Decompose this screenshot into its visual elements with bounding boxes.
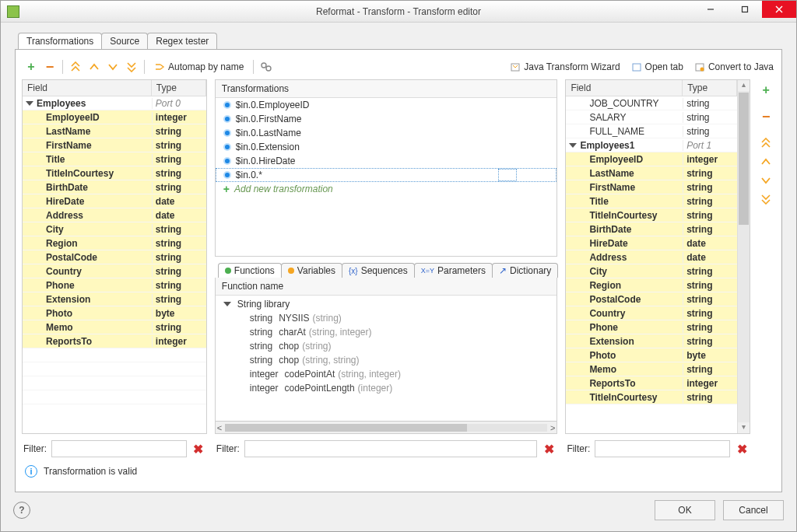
- scrollbar-thumb[interactable]: [225, 424, 466, 432]
- tab-dictionary[interactable]: ↗Dictionary: [492, 263, 558, 278]
- tab-parameters[interactable]: X=YParameters: [414, 263, 493, 278]
- function-row[interactable]: integercodePointLength(integer): [216, 381, 557, 395]
- function-row[interactable]: stringchop(string): [216, 339, 557, 353]
- field-row[interactable]: Phonestring: [566, 320, 737, 334]
- port-row[interactable]: Employees1Port 1: [566, 138, 737, 152]
- output-move-top-button[interactable]: [758, 135, 774, 151]
- type-header[interactable]: Type: [152, 80, 206, 96]
- scroll-up-button[interactable]: ▴: [738, 80, 750, 91]
- field-row[interactable]: FULL_NAMEstring: [566, 124, 737, 138]
- add-transformation-row[interactable]: +Add new transformation: [216, 182, 557, 196]
- transformation-row[interactable]: $in.0.Extension: [216, 140, 557, 154]
- ok-button[interactable]: OK: [655, 500, 715, 520]
- remove-output-button[interactable]: −: [758, 109, 774, 124]
- left-filter-input[interactable]: [51, 440, 187, 457]
- tab-transformations[interactable]: Transformations: [18, 33, 102, 49]
- field-row[interactable]: FirstNamestring: [23, 138, 206, 152]
- field-row[interactable]: BirthDatestring: [23, 180, 206, 194]
- transformation-row[interactable]: $in.0.EmployeeID: [216, 98, 557, 112]
- function-row[interactable]: stringNYSIIS(string): [216, 311, 557, 325]
- java-wizard-button[interactable]: Java Transform Wizard: [510, 61, 620, 72]
- field-row[interactable]: Regionstring: [566, 278, 737, 292]
- remove-button[interactable]: −: [42, 59, 58, 75]
- field-row[interactable]: LastNamestring: [566, 166, 737, 180]
- field-row[interactable]: Citystring: [566, 264, 737, 278]
- field-row[interactable]: Addressdate: [23, 208, 206, 222]
- field-row[interactable]: ReportsTointeger: [566, 376, 737, 390]
- convert-java-button[interactable]: Convert to Java: [694, 61, 774, 72]
- field-row[interactable]: Citystring: [23, 222, 206, 236]
- tab-source[interactable]: Source: [101, 33, 148, 49]
- center-filter-input[interactable]: [244, 440, 538, 457]
- field-row[interactable]: Memostring: [23, 320, 206, 334]
- field-header[interactable]: Field: [566, 80, 683, 96]
- field-row[interactable]: ReportsTointeger: [23, 334, 206, 348]
- automap-button[interactable]: Automap by name: [149, 60, 248, 74]
- field-row[interactable]: Phonestring: [23, 278, 206, 292]
- add-button[interactable]: +: [23, 59, 39, 75]
- maximize-button[interactable]: [728, 1, 762, 18]
- field-row[interactable]: Regionstring: [23, 236, 206, 250]
- field-row[interactable]: Addressdate: [566, 250, 737, 264]
- transformations-list[interactable]: $in.0.EmployeeID$in.0.FirstName$in.0.Las…: [216, 98, 557, 196]
- open-tab-button[interactable]: Open tab: [631, 61, 683, 72]
- type-header[interactable]: Type: [683, 80, 737, 96]
- scroll-down-button[interactable]: ▾: [738, 422, 750, 433]
- output-move-up-button[interactable]: [758, 154, 774, 170]
- field-row[interactable]: Countrystring: [23, 264, 206, 278]
- field-row[interactable]: EmployeeIDinteger: [23, 110, 206, 124]
- input-fields-tree[interactable]: EmployeesPort 0EmployeeIDintegerLastName…: [23, 96, 206, 433]
- move-bottom-button[interactable]: [124, 59, 139, 75]
- clear-filter-button[interactable]: ✖: [735, 442, 749, 457]
- field-row[interactable]: LastNamestring: [23, 124, 206, 138]
- function-row[interactable]: stringcharAt(string, integer): [216, 325, 557, 339]
- port-row[interactable]: EmployeesPort 0: [23, 96, 206, 110]
- move-up-button[interactable]: [86, 59, 102, 75]
- field-row[interactable]: TitleInCourtesystring: [566, 208, 737, 222]
- field-row[interactable]: Countrystring: [566, 306, 737, 320]
- field-row[interactable]: SALARYstring: [566, 110, 737, 124]
- field-row[interactable]: Titlestring: [566, 194, 737, 208]
- field-row[interactable]: Photobyte: [566, 348, 737, 362]
- function-row[interactable]: integercodePointAt(string, integer): [216, 367, 557, 381]
- field-row[interactable]: Memostring: [566, 362, 737, 376]
- output-move-down-button[interactable]: [758, 173, 774, 188]
- transformation-row[interactable]: $in.0.FirstName: [216, 112, 557, 126]
- field-row[interactable]: HireDatedate: [566, 236, 737, 250]
- function-row[interactable]: stringchop(string, string): [216, 353, 557, 367]
- minimize-button[interactable]: [693, 1, 728, 18]
- library-row[interactable]: String library: [216, 297, 557, 311]
- field-row[interactable]: Photobyte: [23, 306, 206, 320]
- field-row[interactable]: EmployeeIDinteger: [566, 152, 737, 166]
- move-top-button[interactable]: [68, 59, 83, 75]
- field-row[interactable]: HireDatedate: [23, 194, 206, 208]
- scrollbar-thumb[interactable]: [739, 93, 749, 225]
- close-button[interactable]: [762, 1, 796, 18]
- field-header[interactable]: Field: [23, 80, 152, 96]
- field-row[interactable]: PostalCodestring: [566, 292, 737, 306]
- add-output-button[interactable]: +: [758, 82, 774, 98]
- move-down-button[interactable]: [105, 59, 121, 75]
- output-move-bottom-button[interactable]: [758, 191, 774, 207]
- functions-tree[interactable]: String librarystringNYSIIS(string)string…: [216, 296, 557, 421]
- field-row[interactable]: PostalCodestring: [23, 250, 206, 264]
- field-row[interactable]: TitleInCourtesystring: [23, 166, 206, 180]
- right-filter-input[interactable]: [595, 440, 730, 457]
- field-row[interactable]: JOB_COUNTRYstring: [566, 96, 737, 110]
- tab-regex-tester[interactable]: Regex tester: [147, 33, 217, 49]
- tab-functions[interactable]: Functions: [218, 263, 282, 278]
- transformation-row[interactable]: $in.0.LastName: [216, 126, 557, 140]
- settings-button[interactable]: [258, 59, 274, 75]
- field-row[interactable]: Extensionstring: [23, 292, 206, 306]
- field-row[interactable]: Extensionstring: [566, 334, 737, 348]
- field-row[interactable]: Titlestring: [23, 152, 206, 166]
- horizontal-scrollbar[interactable]: <>: [216, 421, 557, 433]
- tab-sequences[interactable]: {x}Sequences: [342, 263, 415, 278]
- clear-filter-button[interactable]: ✖: [542, 442, 556, 457]
- field-row[interactable]: FirstNamestring: [566, 180, 737, 194]
- output-fields-tree[interactable]: JOB_COUNTRYstringSALARYstringFULL_NAMEst…: [566, 96, 737, 433]
- cancel-button[interactable]: Cancel: [723, 500, 784, 520]
- help-button[interactable]: ?: [13, 502, 30, 519]
- transformation-row[interactable]: $in.0.*: [216, 168, 557, 182]
- vertical-scrollbar[interactable]: ▴ ▾: [737, 80, 750, 433]
